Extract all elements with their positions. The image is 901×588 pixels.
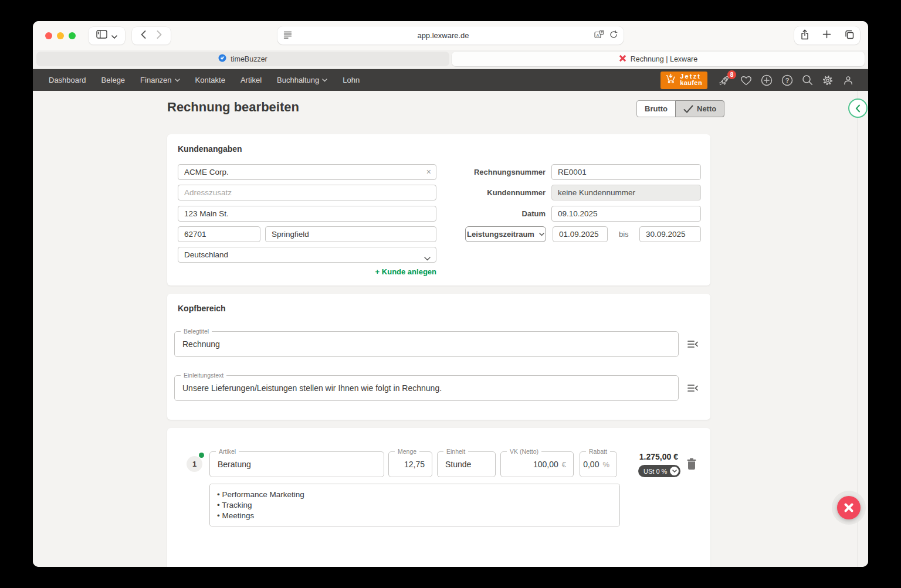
position-status-dot bbox=[199, 453, 204, 458]
vat-toggle[interactable]: USt 0 % bbox=[638, 465, 680, 477]
price-fieldbox[interactable]: VK (Netto) 100,00€ bbox=[500, 451, 574, 477]
zip-wrap bbox=[178, 226, 260, 242]
lexware-assistant-button[interactable] bbox=[837, 496, 861, 519]
date-label: Datum bbox=[431, 209, 546, 218]
help-button[interactable]: ? bbox=[781, 74, 793, 86]
nav-item-buchhaltung[interactable]: Buchhaltung bbox=[269, 69, 335, 91]
period-to-wrap bbox=[639, 226, 701, 242]
add-customer-link[interactable]: + Kunde anlegen bbox=[375, 267, 436, 276]
nav-label: Buchhaltung bbox=[277, 76, 319, 84]
discount-number: 0,00 bbox=[583, 460, 599, 469]
invoice-number-input[interactable] bbox=[551, 164, 701, 180]
address-extra-input[interactable] bbox=[178, 185, 436, 200]
svg-text:A: A bbox=[596, 33, 599, 38]
nav-item-finanzen[interactable]: Finanzen bbox=[133, 69, 187, 91]
brutto-netto-toggle: Brutto Netto bbox=[636, 100, 724, 117]
chevron-down-icon bbox=[322, 79, 327, 82]
tab-timebuzzer[interactable]: timeBuzzer bbox=[36, 52, 449, 66]
nav-item-belege[interactable]: Belege bbox=[94, 69, 133, 91]
nav-label: Finanzen bbox=[140, 76, 171, 84]
minimize-window-button[interactable] bbox=[57, 32, 64, 39]
brutto-segment[interactable]: Brutto bbox=[636, 100, 676, 117]
article-label: Artikel bbox=[216, 448, 239, 455]
zip-input[interactable] bbox=[178, 226, 260, 242]
customer-heading: Kundenangaben bbox=[178, 144, 242, 154]
chevron-down-icon bbox=[539, 233, 544, 236]
share-icon[interactable] bbox=[800, 29, 809, 42]
position-card: 1 Artikel Beratung Menge 12,75 Einheit S… bbox=[167, 428, 710, 567]
nav-label: Lohn bbox=[343, 76, 360, 84]
zoom-window-button[interactable] bbox=[69, 32, 76, 39]
url-text[interactable]: app.lexware.de bbox=[292, 31, 594, 40]
tab-overview-icon[interactable] bbox=[844, 29, 854, 42]
city-input[interactable] bbox=[265, 226, 436, 242]
browser-window: app.lexware.de A timeBuzzer Rechnung | L… bbox=[33, 21, 868, 567]
position-total: 1.275,00 € bbox=[602, 452, 678, 461]
netto-segment[interactable]: Netto bbox=[675, 100, 724, 117]
street-wrap bbox=[178, 206, 436, 222]
service-period-dropdown[interactable]: Leistungszeitraum bbox=[465, 226, 546, 242]
customer-number-input bbox=[551, 185, 701, 200]
article-fieldbox[interactable]: Artikel Beratung bbox=[209, 451, 384, 477]
sidebar-toggle[interactable] bbox=[89, 27, 125, 45]
back-button[interactable] bbox=[141, 30, 146, 41]
customer-card: Kundenangaben × + Kunde anlegen bbox=[167, 134, 710, 285]
nav-item-artikel[interactable]: Artikel bbox=[233, 69, 269, 91]
notification-badge: 8 bbox=[727, 70, 736, 79]
text-block-icon bbox=[687, 339, 699, 349]
period-to-input[interactable] bbox=[639, 226, 701, 242]
gear-icon bbox=[822, 74, 834, 86]
quantity-fieldbox[interactable]: Menge 12,75 bbox=[388, 451, 432, 477]
nav-label: Artikel bbox=[241, 76, 262, 84]
date-input[interactable] bbox=[551, 206, 701, 222]
whats-new-button[interactable]: 8 bbox=[719, 74, 731, 86]
question-circle-icon: ? bbox=[781, 74, 793, 86]
reader-icon[interactable] bbox=[283, 30, 292, 41]
quick-add-button[interactable] bbox=[761, 74, 773, 86]
delete-position-button[interactable] bbox=[686, 458, 697, 473]
unit-fieldbox[interactable]: Einheit Stunde bbox=[437, 451, 496, 477]
quantity-value: 12,75 bbox=[404, 460, 425, 469]
text-block-button[interactable] bbox=[687, 383, 699, 396]
text-block-icon bbox=[687, 383, 699, 393]
period-separator: bis bbox=[619, 230, 629, 239]
text-block-button[interactable] bbox=[687, 339, 699, 352]
reload-icon[interactable] bbox=[609, 30, 618, 41]
search-button[interactable] bbox=[802, 74, 813, 86]
clear-icon[interactable]: × bbox=[426, 167, 431, 176]
service-period-label: Leistungszeitraum bbox=[467, 230, 534, 239]
tab-strip: timeBuzzer Rechnung | Lexware bbox=[33, 50, 868, 69]
position-description[interactable]: • Performance Marketing • Tracking • Mee… bbox=[209, 484, 620, 526]
country-select[interactable] bbox=[178, 247, 436, 263]
collapse-panel-button[interactable] bbox=[848, 98, 868, 118]
traffic-lights bbox=[45, 32, 76, 39]
nav-item-lohn[interactable]: Lohn bbox=[335, 69, 367, 91]
account-button[interactable] bbox=[842, 74, 854, 86]
close-window-button[interactable] bbox=[45, 32, 52, 39]
new-tab-icon[interactable] bbox=[822, 30, 831, 41]
trash-icon bbox=[686, 458, 697, 470]
street-input[interactable] bbox=[178, 206, 436, 222]
heart-icon bbox=[740, 75, 752, 86]
period-from-input[interactable] bbox=[553, 226, 608, 242]
favorites-button[interactable] bbox=[740, 75, 752, 86]
intro-text-label: Einleitungstext bbox=[181, 372, 226, 379]
nav-item-kontakte[interactable]: Kontakte bbox=[188, 69, 233, 91]
buy-now-line2: kaufen bbox=[680, 80, 702, 86]
lexware-x-icon bbox=[844, 502, 854, 513]
intro-text-fieldbox[interactable]: Einleitungstext Unsere Lieferungen/Leist… bbox=[174, 375, 679, 401]
timebuzzer-favicon bbox=[218, 54, 226, 64]
chevron-down-icon bbox=[672, 470, 677, 473]
customer-name-input[interactable] bbox=[178, 164, 436, 180]
tab-lexware[interactable]: Rechnung | Lexware bbox=[452, 52, 865, 66]
settings-button[interactable] bbox=[822, 74, 834, 86]
translate-icon[interactable]: A bbox=[594, 30, 604, 41]
buy-now-button[interactable]: Jetzt kaufen bbox=[660, 72, 707, 89]
vat-label: USt 0 % bbox=[643, 468, 667, 475]
country-wrap bbox=[178, 247, 436, 263]
app-navbar: Dashboard Belege Finanzen Kontakte Artik… bbox=[33, 69, 868, 91]
forward-button[interactable] bbox=[157, 30, 162, 41]
address-bar[interactable]: app.lexware.de A bbox=[277, 26, 624, 45]
nav-item-dashboard[interactable]: Dashboard bbox=[41, 69, 94, 91]
doc-title-fieldbox[interactable]: Belegtitel Rechnung bbox=[174, 331, 679, 357]
